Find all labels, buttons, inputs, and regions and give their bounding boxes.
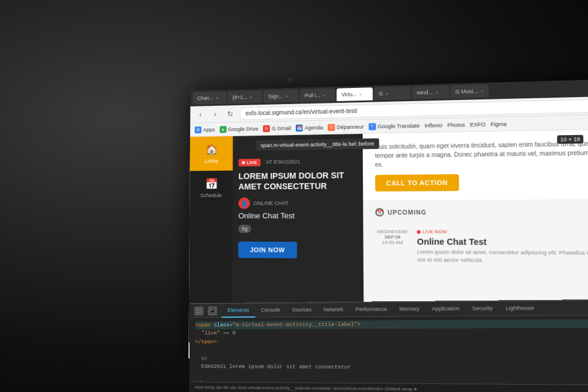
browser-tab-sign[interactable]: Sign... × — [264, 90, 299, 103]
code-line: </span> — [195, 337, 588, 346]
hero-section: Duis solicitudin, quam eget viverra tinc… — [363, 130, 588, 201]
event-details: LIVE NOW Online Chat Test Lorem ipsum do… — [417, 229, 588, 264]
browser-tab-wind[interactable]: wind... × — [412, 86, 449, 99]
live-badge: LIVE — [238, 159, 260, 166]
devtools-tab-bar: ⬚ 📱 Elements Console Sources Network Per… — [189, 301, 588, 318]
tab-close-icon[interactable]: × — [285, 94, 288, 99]
devtools-tab-application[interactable]: Application — [425, 302, 466, 317]
drive-icon: ▲ — [219, 126, 226, 133]
sidebar-item-lobby[interactable]: 🏠 Lobby — [190, 136, 233, 171]
bookmark-photos[interactable]: Photos — [447, 122, 465, 128]
devtools-tab-sources[interactable]: Sources — [286, 303, 318, 317]
live-dot — [242, 161, 245, 164]
online-chat-header: 👤 ONLINE CHAT — [238, 197, 357, 209]
bookmark-figma[interactable]: Figma — [490, 121, 506, 127]
devtools-panel: ⬚ 📱 Elements Console Sources Network Per… — [189, 299, 588, 392]
upcoming-event-row: WEDNESDAY SEP.09 10:00 AM LIVE NOW Onlin… — [376, 222, 588, 271]
tab-close-icon[interactable]: × — [435, 90, 438, 95]
tab-close-icon[interactable]: × — [359, 91, 362, 97]
bookmark-gmail[interactable]: G G Gmail — [263, 125, 291, 132]
upcoming-header: 📅 UPCOMING — [376, 207, 588, 217]
depanneur-icon: D — [328, 124, 335, 130]
browser-tab-music[interactable]: G Musi... × — [450, 84, 489, 98]
event-date: WEDNESDAY SEP.09 10:00 AM — [376, 229, 409, 245]
bookmark-translate[interactable]: T Google Translate — [369, 122, 420, 130]
bookmark-depanneur[interactable]: D Dépanneur — [328, 123, 363, 130]
online-chat-section: 👤 ONLINE CHAT Online Chat Test 5g — [238, 197, 357, 233]
devtools-code-view: <span class="m-virtual-event-activity__t… — [189, 316, 588, 392]
browser-tab-g[interactable]: G × — [374, 86, 411, 100]
join-now-button[interactable]: JOIN NOW — [238, 242, 297, 259]
bookmark-inflexio[interactable]: Inflexio — [424, 122, 442, 128]
calendar-icon: 📅 — [376, 208, 384, 217]
browser-tab-virtual[interactable]: Virtu... × — [336, 87, 373, 101]
bookmark-agenda[interactable]: 📅 Agenda — [296, 124, 323, 131]
tab-close-icon[interactable]: × — [250, 94, 253, 99]
event-live-indicator: LIVE NOW — [417, 229, 588, 235]
sidebar-item-schedule[interactable]: 📅 Schedule — [189, 171, 233, 205]
code-line: "live" == 0 — [195, 328, 588, 338]
event-live-dot — [417, 230, 421, 233]
event-title: LOREM IPSUM DOLOR SIT AMET CONSECTETUR — [238, 170, 357, 192]
tab-close-icon[interactable]: × — [385, 91, 388, 96]
live-location: AT ESKO2021 — [266, 159, 300, 165]
event-description: Lorem ipsum dolor sit amet, consectetur … — [417, 248, 588, 265]
devtools-element-picker[interactable]: ⬚ — [194, 306, 203, 316]
devtools-tab-console[interactable]: Console — [255, 303, 286, 317]
inspector-tooltip: span.m-virtual-event-activity__title-la … — [256, 139, 380, 151]
timer-badge: 5g — [238, 225, 251, 233]
apps-icon: ⊞ — [195, 126, 202, 133]
hero-description: Duis solicitudin, quam eget viverra tinc… — [375, 139, 588, 169]
devtools-tab-memory[interactable]: Memory — [393, 302, 425, 316]
event-name: Online Chat Test — [417, 237, 588, 247]
gmail-icon: G — [263, 125, 270, 132]
devtools-tab-lighthouse[interactable]: Lighthouse — [499, 301, 541, 316]
agenda-icon: 📅 — [296, 124, 303, 131]
code-line — [195, 346, 588, 355]
devtools-mobile-icon[interactable]: 📱 — [208, 306, 217, 315]
browser-tab-chan[interactable]: Chan... × — [192, 91, 226, 105]
browser-tab-8[interactable]: (8+1... × — [228, 90, 262, 103]
calendar-icon: 📅 — [205, 178, 218, 190]
devtools-tab-performance[interactable]: Performance — [349, 302, 393, 317]
tab-close-icon[interactable]: × — [216, 95, 219, 101]
bookmark-drive[interactable]: ▲ Google Drive — [219, 125, 258, 133]
home-icon: 🏠 — [205, 143, 218, 156]
chat-title: Online Chat Test — [238, 212, 357, 221]
tab-close-icon[interactable]: × — [481, 89, 483, 94]
webcam — [287, 76, 293, 82]
cta-button[interactable]: CALL TO ACTION — [375, 174, 459, 191]
bookmark-apps[interactable]: ⊞ Apps — [195, 126, 215, 133]
devtools-tab-security[interactable]: Security — [466, 301, 500, 316]
chat-avatar: 👤 — [238, 198, 250, 209]
inspector-badge: 10 × 18 — [557, 135, 583, 144]
refresh-button[interactable]: ↻ — [225, 108, 236, 120]
browser-tab-pull[interactable]: Pull i... × — [300, 89, 335, 102]
translate-icon: T — [369, 123, 376, 130]
devtools-tab-network[interactable]: Network — [318, 302, 350, 317]
upcoming-section: 📅 UPCOMING WEDNESDAY SEP.09 10:00 AM — [363, 200, 588, 279]
bookmark-exfo[interactable]: EXFO — [470, 121, 485, 128]
back-button[interactable]: ‹ — [195, 109, 206, 120]
devtools-tab-elements[interactable]: Elements — [222, 303, 255, 318]
forward-button[interactable]: › — [210, 108, 221, 120]
tab-close-icon[interactable]: × — [323, 93, 326, 98]
